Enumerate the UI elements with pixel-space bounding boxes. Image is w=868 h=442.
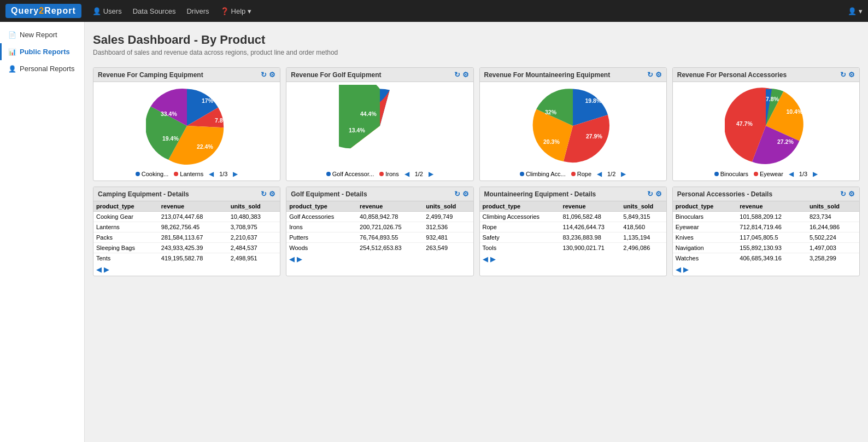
camping-table-body: product_type revenue units_sold Cooking … xyxy=(93,201,280,276)
golf-table-next[interactable]: ▶ xyxy=(297,255,302,263)
page-title: Sales Dashboard - By Product xyxy=(93,33,860,47)
nav-user-menu[interactable]: 👤 ▾ xyxy=(848,7,863,15)
mountaineering-refresh-icon[interactable]: ↻ xyxy=(647,71,653,79)
camping-refresh-icon[interactable]: ↻ xyxy=(261,71,267,79)
table-row: Watches406,685,349.163,258,299 xyxy=(673,253,859,264)
camping-table-prev[interactable]: ◀ xyxy=(96,265,102,274)
camping-chart-card: Revenue For Camping Equipment ↻ ⚙ xyxy=(93,67,280,181)
personal-reports-icon: 👤 xyxy=(8,65,16,73)
app-brand[interactable]: Query2Report xyxy=(5,4,81,18)
personal-pie-chart: 10.4% 27.2% 47.7% 7.8% xyxy=(725,85,807,167)
camping-pie-chart: 17% 7.8% 22.4% 19.4% 33.4% xyxy=(146,85,228,167)
mountaineering-table-prev[interactable]: ◀ xyxy=(483,255,488,263)
sidebar-item-public-reports[interactable]: 📊 Public Reports xyxy=(0,43,84,60)
personal-table-settings-icon[interactable]: ⚙ xyxy=(848,190,855,198)
mountaineering-next-icon[interactable]: ▶ xyxy=(621,170,626,178)
nav-users[interactable]: 👤 Users xyxy=(92,7,122,15)
mountaineering-legend-item-1: Climbing Acc... xyxy=(520,171,566,177)
camping-col-product: product_type xyxy=(93,201,159,212)
golf-legend-item-1: Golf Accessor... xyxy=(326,171,374,177)
mountaineering-table-nav: ◀ ▶ xyxy=(480,253,666,265)
nav-datasources[interactable]: Data Sources xyxy=(133,7,176,15)
sidebar-item-new-report[interactable]: 📄 New Report xyxy=(0,26,84,43)
mountaineering-table-refresh-icon[interactable]: ↻ xyxy=(647,190,653,198)
table-row: Safety83,236,883.981,135,194 xyxy=(480,232,666,243)
golf-settings-icon[interactable]: ⚙ xyxy=(462,71,469,79)
page-subtitle: Dashboard of sales and revenue data acro… xyxy=(93,49,860,56)
golf-data-table: product_type revenue units_sold Golf Acc… xyxy=(286,201,473,253)
golf-table-refresh-icon[interactable]: ↻ xyxy=(454,190,460,198)
svg-text:32%: 32% xyxy=(545,109,557,115)
sidebar: 📄 New Report 📊 Public Reports 👤 Personal… xyxy=(0,22,85,442)
camping-next-icon[interactable]: ▶ xyxy=(233,170,238,178)
mountaineering-legend: Climbing Acc... Rope ◀ 1/2 ▶ xyxy=(520,170,626,178)
golf-table-prev[interactable]: ◀ xyxy=(289,255,295,263)
table-row: Tools130,900,021.712,496,086 xyxy=(480,243,666,253)
personal-table-prev[interactable]: ◀ xyxy=(676,265,681,274)
main-content: Sales Dashboard - By Product Dashboard o… xyxy=(85,22,868,442)
svg-text:7.8%: 7.8% xyxy=(215,117,228,124)
navbar: Query2Report 👤 Users Data Sources Driver… xyxy=(0,0,868,22)
golf-table-header: Golf Equipment - Details ↻ ⚙ xyxy=(286,187,473,201)
golf-table-icons: ↻ ⚙ xyxy=(454,190,469,198)
personal-legend-item-2: Eyewear xyxy=(754,171,783,177)
svg-text:27.2%: 27.2% xyxy=(777,138,794,145)
camping-table-next[interactable]: ▶ xyxy=(104,265,109,274)
personal-prev-icon[interactable]: ◀ xyxy=(789,170,794,178)
table-row: Putters76,764,893.55932,481 xyxy=(286,232,473,243)
camping-data-table: product_type revenue units_sold Cooking … xyxy=(93,201,280,263)
table-row: Irons200,721,026.75312,536 xyxy=(286,222,473,232)
table-row: Cooking Gear213,074,447.6810,480,383 xyxy=(93,212,280,222)
golf-chart-header: Revenue For Golf Equipment ↻ ⚙ xyxy=(286,68,473,82)
personal-chart-header: Revenue For Personal Accessories ↻ ⚙ xyxy=(673,68,859,82)
golf-table-body: product_type revenue units_sold Golf Acc… xyxy=(286,201,473,265)
golf-prev-icon[interactable]: ◀ xyxy=(404,170,409,178)
mountaineering-col-revenue: revenue xyxy=(560,201,620,212)
mountaineering-chart-header: Revenue For Mountaineering Equipment ↻ ⚙ xyxy=(480,68,666,82)
camping-prev-icon[interactable]: ◀ xyxy=(209,170,214,178)
mountaineering-col-product: product_type xyxy=(480,201,560,212)
personal-table-nav: ◀ ▶ xyxy=(673,263,859,276)
golf-next-icon[interactable]: ▶ xyxy=(429,170,433,178)
golf-table-settings-icon[interactable]: ⚙ xyxy=(462,190,469,198)
personal-legend: Binoculars Eyewear ◀ 1/3 ▶ xyxy=(714,170,818,178)
personal-col-units: units_sold xyxy=(807,201,859,212)
mountaineering-chart-icons: ↻ ⚙ xyxy=(647,71,662,79)
mountaineering-legend-item-2: Rope xyxy=(571,171,591,177)
personal-next-icon[interactable]: ▶ xyxy=(813,170,818,178)
tables-grid: Camping Equipment - Details ↻ ⚙ product_… xyxy=(93,187,860,276)
mountaineering-table-settings-icon[interactable]: ⚙ xyxy=(655,190,662,198)
mountaineering-settings-icon[interactable]: ⚙ xyxy=(655,71,662,79)
mountaineering-pie-chart: 19.8% 27.9% 20.3% 32% xyxy=(532,85,614,167)
golf-refresh-icon[interactable]: ↻ xyxy=(454,71,460,79)
personal-refresh-icon[interactable]: ↻ xyxy=(840,71,846,79)
table-row: Packs281,584,113.672,210,637 xyxy=(93,232,280,243)
camping-chart-icons: ↻ ⚙ xyxy=(261,71,275,79)
personal-table-refresh-icon[interactable]: ↻ xyxy=(840,190,846,198)
sidebar-item-personal-reports[interactable]: 👤 Personal Reports xyxy=(0,60,84,77)
table-row: Lanterns98,262,756.453,708,975 xyxy=(93,222,280,232)
personal-chart-card: Revenue For Personal Accessories ↻ ⚙ xyxy=(672,67,860,181)
nav-drivers[interactable]: Drivers xyxy=(186,7,209,15)
table-row: Golf Accessories40,858,942.782,499,749 xyxy=(286,212,473,222)
golf-legend: Golf Accessor... Irons ◀ 1/2 ▶ xyxy=(326,170,433,178)
camping-chart-header: Revenue For Camping Equipment ↻ ⚙ xyxy=(93,68,280,82)
personal-chart-icons: ↻ ⚙ xyxy=(840,71,855,79)
user-icon: 👤 xyxy=(92,7,101,15)
personal-table-header: Personal Accessories - Details ↻ ⚙ xyxy=(673,187,859,201)
golf-col-product: product_type xyxy=(286,201,357,212)
svg-text:13.4%: 13.4% xyxy=(349,127,365,133)
camping-table-refresh-icon[interactable]: ↻ xyxy=(261,190,267,198)
personal-table-next[interactable]: ▶ xyxy=(683,265,689,274)
svg-text:17%: 17% xyxy=(202,97,214,104)
camping-legend: Cooking... Lanterns ◀ 1/3 ▶ xyxy=(136,170,238,178)
mountaineering-prev-icon[interactable]: ◀ xyxy=(597,170,602,178)
nav-help[interactable]: ❓ Help ▾ xyxy=(220,7,251,15)
personal-table-body: product_type revenue units_sold Binocula… xyxy=(673,201,859,276)
mountaineering-table-next[interactable]: ▶ xyxy=(490,255,496,263)
camping-table-settings-icon[interactable]: ⚙ xyxy=(269,190,275,198)
camping-settings-icon[interactable]: ⚙ xyxy=(269,71,275,79)
mountaineering-chart-card: Revenue For Mountaineering Equipment ↻ ⚙ xyxy=(479,67,667,181)
personal-settings-icon[interactable]: ⚙ xyxy=(848,71,855,79)
svg-text:7.8%: 7.8% xyxy=(766,96,779,102)
